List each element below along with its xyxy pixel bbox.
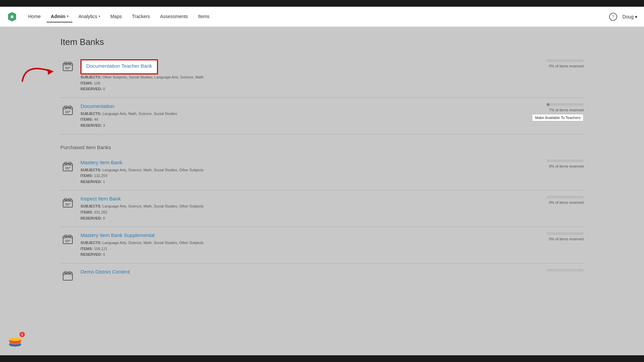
main-content: Item Banks Docume	[0, 27, 644, 362]
svg-point-35	[9, 337, 21, 341]
bank-name-documentation[interactable]: Documentation	[80, 103, 114, 109]
bank-icon	[60, 160, 75, 174]
bank-name-documentation-teacher[interactable]: Documentation Teacher Bank	[86, 63, 152, 69]
bank-icon	[60, 269, 75, 284]
bank-icon	[60, 196, 75, 210]
my-banks-list: Documentation Teacher Bank SUBJECTS: Oth…	[60, 54, 584, 134]
bank-icon	[60, 232, 75, 247]
nav-links: Home Admin ▾ Analytics ▾ Maps Trackers A…	[24, 11, 609, 22]
user-menu[interactable]: Doug ▾	[623, 14, 637, 19]
navigation: Home Admin ▾ Analytics ▾ Maps Trackers A…	[0, 7, 644, 27]
progress-bar-wrap	[547, 103, 584, 106]
nav-maps[interactable]: Maps	[106, 11, 126, 22]
nav-analytics[interactable]: Analytics ▾	[74, 11, 104, 22]
progress-bar-wrap	[547, 269, 584, 272]
reserved-pct-text: 0% of items reserved	[549, 64, 584, 68]
bank-info: Mastery Item Bank SUBJECTS: Language Art…	[80, 160, 543, 185]
page-title: Item Banks	[60, 37, 584, 47]
nav-trackers[interactable]: Trackers	[128, 11, 154, 22]
progress-bar-wrap	[547, 196, 584, 198]
bank-right: 0% of items reserved	[543, 59, 584, 68]
bank-item-mastery: Mastery Item Bank SUBJECTS: Language Art…	[60, 154, 584, 191]
reserved-pct-text: 0% of items reserved	[549, 200, 584, 204]
bank-info: Demo District Content	[80, 269, 543, 277]
nav-assessments[interactable]: Assessments	[156, 11, 192, 22]
purchased-section-title: Purchased Item Banks	[60, 144, 584, 150]
widget-badge: 6	[19, 332, 25, 337]
bank-right: 0% of items reserved	[543, 160, 584, 168]
floating-widget[interactable]: 6	[7, 332, 27, 352]
analytics-chevron-icon: ▾	[99, 14, 100, 18]
bank-item-documentation-teacher: Documentation Teacher Bank SUBJECTS: Oth…	[60, 54, 584, 98]
nav-items[interactable]: Items	[194, 11, 213, 22]
purchased-section: Purchased Item Banks Mastery Item Bank	[60, 144, 584, 289]
bank-item-documentation: Documentation SUBJECTS: Language Arts, M…	[60, 98, 584, 134]
help-button[interactable]: ?	[609, 13, 617, 21]
svg-marker-3	[47, 68, 54, 75]
bank-meta: SUBJECTS: Language Arts, Math, Science, …	[80, 111, 532, 129]
reserved-pct-text: 0% of items reserved	[549, 164, 584, 168]
bank-name-mastery[interactable]: Mastery Item Bank	[80, 160, 122, 165]
reserved-pct-text: 0% of items reserved	[549, 237, 584, 241]
bottom-bar	[0, 355, 644, 362]
admin-chevron-icon: ▾	[67, 14, 68, 18]
progress-bar-wrap	[547, 59, 584, 62]
svg-point-2	[11, 15, 13, 18]
nav-right: ? Doug ▾	[609, 13, 637, 21]
bank-icon	[60, 103, 75, 118]
progress-bar-fill	[547, 103, 549, 106]
nav-home[interactable]: Home	[24, 11, 45, 22]
reserved-pct-text: 7% of items reserved	[549, 108, 584, 112]
nav-admin[interactable]: Admin ▾	[47, 11, 72, 22]
progress-bar-wrap	[547, 232, 584, 235]
bank-right	[543, 269, 584, 272]
bank-name-mastery-supplemental[interactable]: Mastery Item Bank Supplemental	[80, 232, 155, 238]
bank-item-mastery-supplemental: Mastery Item Bank Supplemental SUBJECTS:…	[60, 227, 584, 263]
top-bar	[0, 0, 644, 7]
bank-info: Inspect Item Bank SUBJECTS: Language Art…	[80, 196, 543, 221]
make-available-button[interactable]: Make Available To Teachers	[532, 114, 584, 121]
user-chevron-icon: ▾	[635, 14, 637, 19]
bank-name-inspect[interactable]: Inspect Item Bank	[80, 196, 121, 201]
bank-right: 0% of items reserved	[543, 232, 584, 241]
bank-info: Documentation Teacher Bank SUBJECTS: Oth…	[80, 59, 543, 92]
bank-item-demo: Demo District Content	[60, 263, 584, 289]
bank-meta: SUBJECTS: Language Arts, Science, Math, …	[80, 203, 543, 221]
bank-right: 7% of items reserved Make Available To T…	[532, 103, 584, 121]
app-logo[interactable]	[7, 11, 17, 22]
bank-meta: SUBJECTS: Language Arts, Science, Math, …	[80, 167, 543, 185]
arrow-annotation	[17, 57, 64, 84]
bank-item-inspect: Inspect Item Bank SUBJECTS: Language Art…	[60, 190, 584, 227]
bank-meta: SUBJECTS: Language Arts, Science, Math, …	[80, 240, 543, 258]
bank-info: Mastery Item Bank Supplemental SUBJECTS:…	[80, 232, 543, 258]
bank-name-demo[interactable]: Demo District Content	[80, 269, 130, 275]
bank-info: Documentation SUBJECTS: Language Arts, M…	[80, 103, 532, 129]
purchased-banks-list: Mastery Item Bank SUBJECTS: Language Art…	[60, 154, 584, 289]
bank-meta: SUBJECTS: Other Subjects, Social Studies…	[80, 74, 543, 92]
progress-bar-wrap	[547, 160, 584, 162]
bank-right: 0% of items reserved	[543, 196, 584, 204]
highlighted-name-box: Documentation Teacher Bank	[80, 59, 158, 74]
